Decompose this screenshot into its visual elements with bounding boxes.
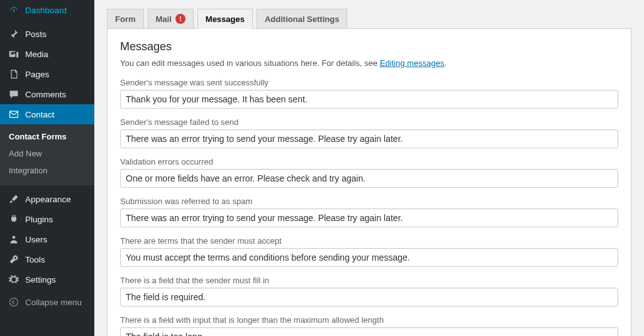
messages-panel: Messages You can edit messages used in v… — [107, 28, 631, 336]
sidebar-item-label: Settings — [25, 275, 56, 285]
tab-label: Mail — [156, 14, 172, 24]
alert-badge: ! — [175, 14, 186, 24]
field-label: Sender's message was sent successfully — [120, 78, 618, 87]
field-input-sent-ng[interactable] — [120, 129, 618, 148]
dashboard-icon — [8, 5, 20, 15]
sidebar-item-plugins[interactable]: Plugins — [0, 209, 94, 229]
tab-label: Additional Settings — [265, 14, 339, 24]
field-label: There is a field that the sender must fi… — [120, 276, 618, 285]
tab-additional-settings[interactable]: Additional Settings — [257, 9, 347, 29]
panel-help-text: You can edit messages used in various si… — [120, 58, 618, 68]
field-input-spam[interactable] — [120, 209, 618, 227]
sidebar-item-label: Collapse menu — [25, 298, 82, 307]
sidebar-item-settings[interactable]: Settings — [0, 269, 94, 290]
submenu-item-integration[interactable]: Integration — [0, 162, 94, 179]
sidebar-submenu-contact: Contact Forms Add New Integration — [0, 124, 94, 185]
mail-icon — [8, 109, 20, 119]
sidebar-item-label: Media — [25, 50, 48, 59]
field-validation-error: Validation errors occurred — [120, 157, 618, 188]
field-input-sent-ok[interactable] — [120, 90, 618, 109]
svg-point-2 — [13, 236, 16, 239]
tab-label: Messages — [206, 14, 245, 24]
submenu-item-add-new[interactable]: Add New — [0, 145, 94, 162]
plug-icon — [8, 214, 20, 224]
cog-icon — [8, 274, 20, 285]
editing-messages-link[interactable]: Editing messages — [380, 58, 445, 68]
sidebar-item-collapse[interactable]: Collapse menu — [0, 292, 94, 312]
svg-point-1 — [11, 52, 12, 53]
sidebar-item-pages[interactable]: Pages — [0, 64, 94, 84]
sidebar-item-media[interactable]: Media — [0, 44, 94, 64]
field-required: There is a field that the sender must fi… — [120, 276, 618, 306]
tab-mail[interactable]: Mail ! — [148, 9, 194, 29]
field-label: There is a field with input that is long… — [120, 315, 618, 325]
collapse-icon — [8, 297, 20, 307]
sidebar-item-label: Dashboard — [25, 6, 67, 15]
sidebar-item-label: Tools — [25, 255, 45, 264]
field-input-accept-terms[interactable] — [120, 248, 618, 267]
pin-icon — [8, 29, 20, 39]
submenu-item-contact-forms[interactable]: Contact Forms — [0, 128, 94, 145]
sidebar-item-tools[interactable]: Tools — [0, 249, 94, 269]
svg-point-0 — [13, 9, 14, 11]
comments-icon — [8, 89, 20, 99]
sidebar-item-comments[interactable]: Comments — [0, 84, 94, 104]
sidebar-item-users[interactable]: Users — [0, 229, 94, 249]
tab-bar: Form Mail ! Messages Additional Settings — [107, 9, 631, 29]
pages-icon — [8, 69, 20, 79]
media-icon — [8, 49, 20, 59]
sidebar-item-posts[interactable]: Posts — [0, 24, 94, 44]
field-input-too-long[interactable] — [120, 327, 618, 336]
field-label: Submission was referred to as spam — [120, 197, 618, 206]
sidebar-item-label: Pages — [25, 70, 49, 79]
brush-icon — [8, 194, 20, 204]
field-label: Sender's message failed to send — [120, 117, 618, 127]
field-sent-ng: Sender's message failed to send — [120, 117, 618, 148]
sidebar-item-label: Appearance — [25, 195, 71, 204]
admin-sidebar: Dashboard Posts Media Pages Comments Con… — [0, 0, 94, 336]
field-input-validation-error[interactable] — [120, 169, 618, 188]
sidebar-item-contact[interactable]: Contact — [0, 104, 94, 124]
field-spam: Submission was referred to as spam — [120, 197, 618, 227]
sidebar-item-label: Contact — [25, 110, 55, 119]
sidebar-item-dashboard[interactable]: Dashboard — [0, 0, 94, 20]
sidebar-item-label: Comments — [25, 90, 66, 99]
sidebar-item-label: Posts — [25, 30, 47, 39]
field-accept-terms: There are terms that the sender must acc… — [120, 236, 618, 267]
field-input-required[interactable] — [120, 288, 618, 306]
main-content: Form Mail ! Messages Additional Settings… — [94, 0, 644, 336]
sidebar-item-label: Users — [25, 235, 47, 244]
field-label: Validation errors occurred — [120, 157, 618, 166]
sidebar-item-label: Plugins — [25, 215, 53, 224]
tab-label: Form — [115, 14, 136, 24]
field-sent-ok: Sender's message was sent successfully — [120, 78, 618, 109]
panel-heading: Messages — [120, 40, 618, 53]
sidebar-item-appearance[interactable]: Appearance — [0, 189, 94, 209]
wrench-icon — [8, 254, 20, 264]
field-too-long: There is a field with input that is long… — [120, 315, 618, 336]
field-label: There are terms that the sender must acc… — [120, 236, 618, 246]
svg-point-3 — [10, 298, 18, 306]
user-icon — [8, 234, 20, 244]
tab-messages[interactable]: Messages — [197, 9, 253, 29]
tab-form[interactable]: Form — [107, 9, 144, 29]
